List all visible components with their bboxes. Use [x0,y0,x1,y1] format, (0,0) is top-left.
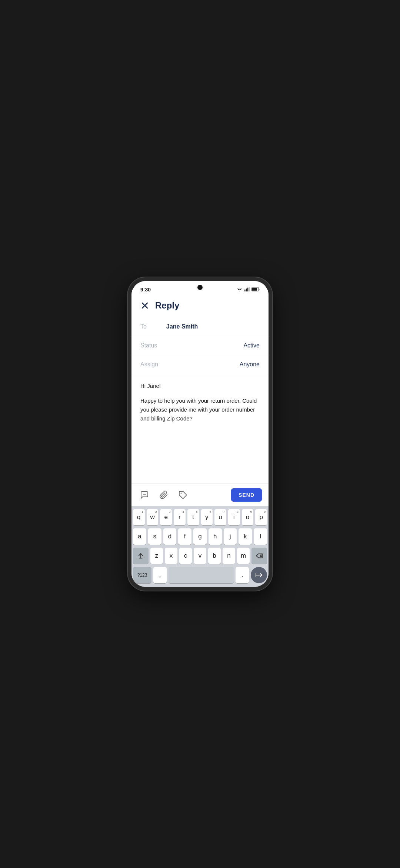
key-n[interactable]: n [223,548,235,564]
attachment-icon-button[interactable] [157,489,170,501]
keyboard-row-1: 1q 2w 3e 4r 5t 6y 7u 8i 9o 0p [133,509,267,525]
key-o[interactable]: 9o [242,509,254,525]
key-p[interactable]: 0p [255,509,267,525]
message-area[interactable]: Hi Jane! Happy to help you with your ret… [131,374,269,483]
signal-icon [244,286,250,293]
message-line1: Hi Jane! [140,382,260,390]
assign-row[interactable]: Assign Anyone [131,355,269,374]
toolbar-icons [138,489,231,501]
key-s[interactable]: s [148,528,161,545]
period-key[interactable]: . [236,567,249,583]
key-e[interactable]: 3e [160,509,172,525]
key-d[interactable]: d [163,528,177,545]
key-k[interactable]: k [239,528,252,545]
key-t[interactable]: 5t [187,509,199,525]
keyboard-row-3: z x c v b n m [133,548,267,564]
key-r[interactable]: 4r [174,509,186,525]
svg-point-9 [144,494,145,495]
to-label: To [140,323,166,330]
wifi-icon [237,286,243,293]
key-q[interactable]: 1q [133,509,145,525]
comma-key[interactable]: , [153,567,167,583]
status-row[interactable]: Status Active [131,336,269,355]
svg-point-10 [145,494,146,495]
key-y[interactable]: 6y [201,509,213,525]
message-text: Hi Jane! Happy to help you with your ret… [140,382,260,423]
status-time: 9:30 [140,287,151,293]
space-key[interactable] [169,567,234,583]
header: Reply [131,295,269,317]
key-m[interactable]: m [237,548,250,564]
camera-hole [197,285,203,290]
key-z[interactable]: z [150,548,163,564]
svg-rect-3 [249,287,250,291]
status-label: Status [140,342,166,349]
compose-toolbar: SEND [131,483,269,506]
to-value: Jane Smith [166,323,260,330]
svg-point-11 [181,493,182,494]
shift-key[interactable] [133,548,149,564]
phone-frame: 9:30 [128,277,272,591]
key-w[interactable]: 2w [147,509,159,525]
assign-label: Assign [140,361,166,368]
assign-value: Anyone [240,361,260,368]
key-u[interactable]: 7u [214,509,226,525]
battery-icon [251,286,260,293]
status-icons [237,286,260,293]
key-h[interactable]: h [209,528,222,545]
keyboard: 1q 2w 3e 4r 5t 6y 7u 8i 9o 0p a s d f g … [131,506,269,587]
to-row: To Jane Smith [131,317,269,336]
page-title: Reply [155,300,179,311]
svg-rect-2 [247,288,249,291]
svg-rect-1 [246,288,247,291]
tag-icon-button[interactable] [177,489,189,501]
key-b[interactable]: b [208,548,221,564]
status-value: Active [243,342,260,349]
svg-point-8 [143,494,144,495]
message-line2: Happy to help you with your return order… [140,396,260,423]
key-l[interactable]: l [254,528,267,545]
keyboard-bottom-row: ?123 , . [133,567,267,583]
keyboard-row-2: a s d f g h j k l [133,528,267,545]
key-j[interactable]: j [224,528,237,545]
delete-key[interactable] [251,548,267,564]
key-i[interactable]: 8i [228,509,240,525]
key-f[interactable]: f [178,528,191,545]
num-sym-key[interactable]: ?123 [133,567,151,583]
close-button[interactable] [139,300,151,311]
svg-rect-5 [252,288,257,291]
key-g[interactable]: g [193,528,207,545]
send-button[interactable]: SEND [231,488,262,502]
chat-icon-button[interactable] [138,489,151,501]
key-v[interactable]: v [194,548,206,564]
enter-key[interactable] [251,567,267,583]
svg-rect-0 [244,290,246,291]
key-c[interactable]: c [179,548,192,564]
key-x[interactable]: x [165,548,177,564]
key-a[interactable]: a [133,528,146,545]
